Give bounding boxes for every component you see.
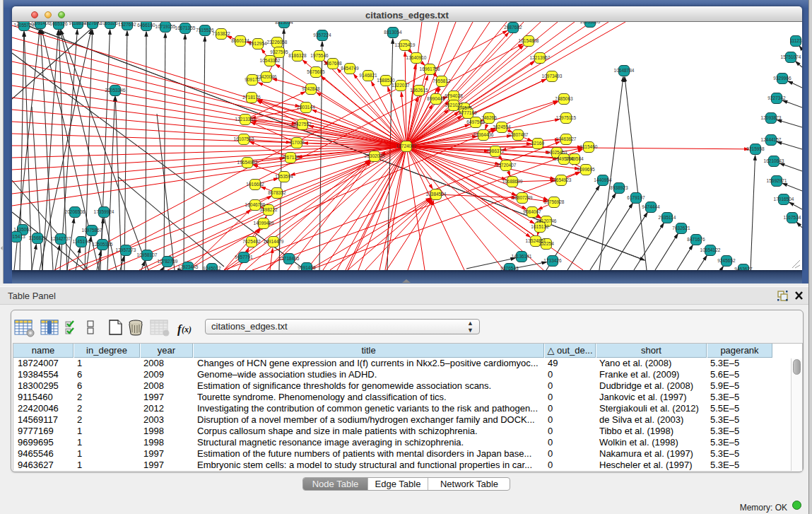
svg-text:6466160: 6466160 xyxy=(137,23,155,28)
svg-text:9876543: 9876543 xyxy=(500,266,519,270)
svg-text:19654982: 19654982 xyxy=(237,160,258,165)
svg-text:1649584: 1649584 xyxy=(565,156,584,161)
svg-text:8678352: 8678352 xyxy=(268,190,286,195)
svg-text:8454749: 8454749 xyxy=(341,66,359,71)
svg-text:19384554: 19384554 xyxy=(426,192,447,197)
svg-text:8813054: 8813054 xyxy=(384,30,402,35)
svg-text:1156829: 1156829 xyxy=(29,235,47,240)
svg-text:9357224: 9357224 xyxy=(313,33,331,37)
svg-text:16782759: 16782759 xyxy=(158,259,178,264)
svg-text:12444157: 12444157 xyxy=(761,137,782,142)
svg-text:1527602: 1527602 xyxy=(83,22,102,25)
svg-text:12213363: 12213363 xyxy=(235,117,256,122)
svg-text:15720407: 15720407 xyxy=(496,163,517,168)
svg-text:21364436: 21364436 xyxy=(473,132,494,137)
svg-text:13640910: 13640910 xyxy=(406,55,427,60)
svg-text:17957273: 17957273 xyxy=(116,247,136,252)
svg-text:9115460: 9115460 xyxy=(580,144,598,149)
svg-text:23302035: 23302035 xyxy=(365,153,385,158)
svg-text:16210643: 16210643 xyxy=(764,158,784,163)
svg-text:10025453: 10025453 xyxy=(547,150,567,155)
svg-text:8471676: 8471676 xyxy=(687,237,705,242)
svg-text:194575: 194575 xyxy=(457,105,472,110)
svg-text:11123: 11123 xyxy=(789,38,801,43)
svg-text:18724007: 18724007 xyxy=(396,144,417,148)
svg-text:9327505: 9327505 xyxy=(270,49,288,54)
svg-text:16107563: 16107563 xyxy=(234,136,254,141)
svg-text:12093873: 12093873 xyxy=(761,115,782,120)
svg-text:10648784: 10648784 xyxy=(614,68,635,73)
svg-text:9427552: 9427552 xyxy=(293,122,312,127)
svg-text:9657791: 9657791 xyxy=(235,255,253,259)
svg-text:1322037: 1322037 xyxy=(392,83,410,88)
svg-text:746266: 746266 xyxy=(481,115,497,120)
svg-text:20053346: 20053346 xyxy=(105,88,126,93)
svg-text:9463627: 9463627 xyxy=(734,267,753,270)
svg-text:909170: 909170 xyxy=(245,77,260,82)
svg-text:8813054: 8813054 xyxy=(275,22,293,25)
svg-text:62160: 62160 xyxy=(531,141,544,146)
svg-text:9084067: 9084067 xyxy=(523,209,541,214)
svg-text:1527602: 1527602 xyxy=(118,22,136,27)
svg-text:10807487: 10807487 xyxy=(508,132,529,137)
svg-text:12923445: 12923445 xyxy=(178,264,199,269)
svg-text:14099489: 14099489 xyxy=(254,221,274,226)
svg-text:7625402: 7625402 xyxy=(242,239,261,244)
svg-text:9474444: 9474444 xyxy=(642,204,660,209)
svg-text:16671355: 16671355 xyxy=(175,25,196,30)
svg-text:2687682: 2687682 xyxy=(504,25,522,30)
svg-text:19463627: 19463627 xyxy=(556,136,577,141)
svg-text:9242848: 9242848 xyxy=(302,86,320,91)
svg-text:9245652: 9245652 xyxy=(717,258,736,263)
svg-text:8186328: 8186328 xyxy=(288,53,307,58)
svg-text:10973493: 10973493 xyxy=(542,74,563,78)
svg-text:6179197: 6179197 xyxy=(627,195,645,200)
svg-text:2367608: 2367608 xyxy=(324,61,342,66)
svg-text:20206536: 20206536 xyxy=(65,209,86,214)
svg-text:(x): (x) xyxy=(182,325,192,334)
svg-text:1362615: 1362615 xyxy=(410,88,428,93)
svg-text:19654923: 19654923 xyxy=(551,177,572,182)
svg-text:16914479: 16914479 xyxy=(264,239,284,244)
svg-text:3915413: 3915413 xyxy=(12,234,25,239)
svg-text:16120746: 16120746 xyxy=(536,218,557,223)
svg-text:10975867: 10975867 xyxy=(82,228,102,233)
svg-text:14136141: 14136141 xyxy=(512,254,532,259)
svg-text:20091406: 20091406 xyxy=(30,22,51,25)
svg-text:12342737: 12342737 xyxy=(51,236,71,241)
svg-text:15751074: 15751074 xyxy=(781,54,801,59)
svg-text:7163822: 7163822 xyxy=(212,31,230,36)
svg-text:9245012: 9245012 xyxy=(203,266,221,270)
svg-text:417004: 417004 xyxy=(289,140,305,145)
svg-text:9146821: 9146821 xyxy=(359,73,377,78)
svg-text:5675685: 5675685 xyxy=(307,69,325,74)
svg-text:9777169: 9777169 xyxy=(459,110,477,115)
svg-text:6497568: 6497568 xyxy=(466,119,485,124)
svg-text:10654122: 10654122 xyxy=(700,247,721,252)
svg-text:1916682: 1916682 xyxy=(246,182,264,187)
svg-text:10543362: 10543362 xyxy=(260,58,281,63)
svg-text:9091408: 9091408 xyxy=(298,265,316,270)
svg-text:1435061: 1435061 xyxy=(13,227,32,232)
svg-text:8912954: 8912954 xyxy=(249,41,267,46)
svg-text:13325419: 13325419 xyxy=(395,42,416,47)
svg-text:12975115: 12975115 xyxy=(556,115,577,120)
svg-text:1145194: 1145194 xyxy=(73,239,90,244)
svg-text:15692971: 15692971 xyxy=(767,178,787,183)
svg-text:1440954: 1440954 xyxy=(594,177,612,182)
svg-text:15718485: 15718485 xyxy=(279,256,300,261)
svg-text:1588520: 1588520 xyxy=(377,78,395,83)
svg-text:3267130: 3267130 xyxy=(281,155,300,160)
svg-text:10688609: 10688609 xyxy=(502,179,523,184)
svg-text:2803144: 2803144 xyxy=(297,105,315,110)
svg-text:1167534: 1167534 xyxy=(784,215,801,220)
svg-text:10958107: 10958107 xyxy=(137,252,158,257)
svg-text:16154808: 16154808 xyxy=(519,38,539,43)
svg-text:3498222: 3498222 xyxy=(259,207,278,212)
svg-text:17016504: 17016504 xyxy=(774,197,794,201)
svg-text:352254: 352254 xyxy=(539,241,554,246)
svg-text:17359924: 17359924 xyxy=(94,209,114,214)
svg-text:7986372: 7986372 xyxy=(486,148,505,153)
svg-text:8990448: 8990448 xyxy=(427,96,445,101)
svg-text:1615132: 1615132 xyxy=(531,224,549,229)
